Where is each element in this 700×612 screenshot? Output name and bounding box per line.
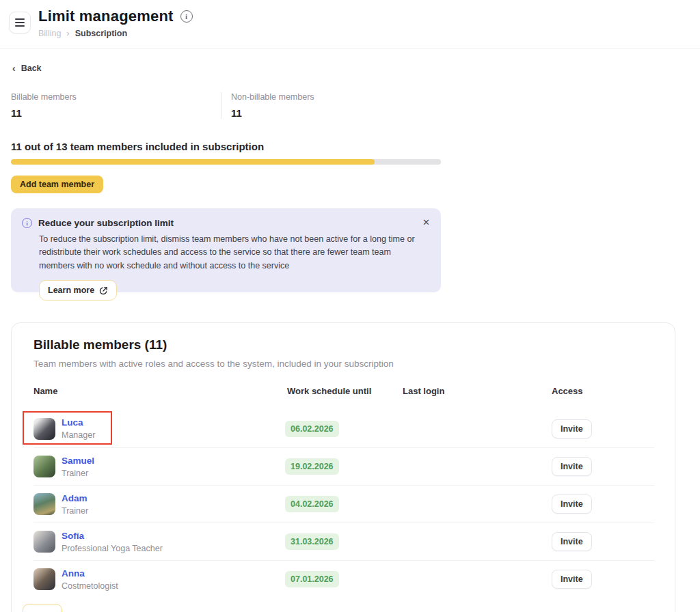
stat-label: Non-billable members — [231, 92, 441, 102]
breadcrumb-subscription[interactable]: Subscription — [75, 29, 127, 38]
breadcrumb-billing[interactable]: Billing — [38, 29, 61, 38]
avatar — [33, 456, 55, 477]
column-header-access: Access — [549, 386, 654, 396]
column-header-schedule: Work schedule until — [285, 386, 403, 396]
schedule-badge: 19.02.2026 — [285, 458, 339, 475]
table-row: Sofía Professional Yoga Teacher 31.03.20… — [33, 523, 654, 560]
member-name-link[interactable]: Sofía — [62, 531, 163, 541]
column-header-last-login: Last login — [403, 386, 549, 396]
stat-value: 11 — [11, 107, 221, 119]
schedule-badge: 31.03.2026 — [285, 533, 339, 550]
banner-info-icon: i — [22, 218, 32, 228]
member-role: Trainer — [62, 506, 88, 516]
member-role: Costmetologist — [62, 581, 118, 591]
schedule-badge: 06.02.2026 — [285, 421, 339, 437]
title-info-icon[interactable]: i — [180, 10, 193, 23]
add-team-member-button[interactable]: Add team member — [11, 176, 103, 193]
billable-members-card: Billable members (11) Team members with … — [11, 322, 675, 612]
reduce-limit-banner: i Reduce your subscription limit ✕ To re… — [11, 208, 441, 292]
table-row: Luca Manager 06.02.2026 Invite — [33, 410, 654, 447]
member-name-link[interactable]: Samuel — [62, 456, 94, 466]
member-role: Manager — [62, 430, 95, 440]
stats-row: Billable members 11 Non-billable members… — [11, 92, 442, 119]
partial-bottom-button[interactable] — [23, 604, 62, 612]
progress-fill — [11, 159, 375, 165]
banner-body: To reduce the subscription limit, dismis… — [39, 233, 422, 273]
member-role: Trainer — [62, 469, 94, 478]
banner-close-icon[interactable]: ✕ — [422, 218, 430, 227]
avatar — [33, 568, 55, 590]
back-chevron-icon: ‹ — [12, 64, 16, 73]
table-row: Anna Costmetologist 07.01.2026 Invite — [33, 560, 654, 598]
invite-button[interactable]: Invite — [552, 570, 592, 589]
schedule-badge: 04.02.2026 — [285, 496, 339, 512]
card-subtitle: Team members with active roles and acces… — [33, 359, 653, 369]
avatar — [33, 418, 55, 440]
member-name-link[interactable]: Adam — [62, 493, 88, 503]
invite-button[interactable]: Invite — [552, 419, 592, 439]
member-role: Professional Yoga Teacher — [62, 544, 163, 553]
back-link[interactable]: ‹ Back — [12, 64, 42, 73]
card-title: Billable members (11) — [33, 337, 653, 352]
external-link-icon — [99, 286, 108, 295]
stat-billable-members: Billable members 11 — [11, 92, 221, 119]
member-name-link[interactable]: Anna — [62, 568, 118, 579]
stat-non-billable-members: Non-billable members 11 — [221, 92, 441, 119]
avatar — [33, 531, 55, 553]
learn-more-button[interactable]: Learn more — [39, 280, 117, 301]
table-header: Name Work schedule until Last login Acce… — [33, 386, 654, 396]
stat-value: 11 — [231, 107, 441, 119]
stat-label: Billable members — [11, 92, 221, 102]
table-row: Samuel Trainer 19.02.2026 Invite — [33, 447, 654, 485]
subscription-summary: 11 out of 13 team members included in su… — [11, 141, 264, 152]
back-label: Back — [21, 64, 42, 73]
column-header-name: Name — [33, 386, 285, 396]
page-header: Limit management i Billing › Subscriptio… — [0, 0, 700, 48]
hamburger-icon — [15, 16, 25, 29]
invite-button[interactable]: Invite — [552, 532, 592, 551]
breadcrumb: Billing › Subscription — [38, 28, 127, 38]
subscription-progress-bar — [11, 159, 441, 165]
invite-button[interactable]: Invite — [552, 457, 592, 476]
learn-more-label: Learn more — [48, 286, 94, 295]
banner-title: Reduce your subscription limit — [38, 218, 174, 228]
avatar — [33, 493, 55, 515]
breadcrumb-separator-icon: › — [66, 28, 69, 38]
hamburger-menu-button[interactable] — [9, 12, 31, 33]
table-row: Adam Trainer 04.02.2026 Invite — [33, 485, 654, 523]
schedule-badge: 07.01.2026 — [285, 571, 339, 587]
member-name-link[interactable]: Luca — [62, 417, 95, 428]
page-title: Limit management — [38, 8, 174, 25]
invite-button[interactable]: Invite — [552, 495, 592, 514]
table-body: Luca Manager 06.02.2026 Invite Samuel Tr… — [33, 410, 654, 598]
